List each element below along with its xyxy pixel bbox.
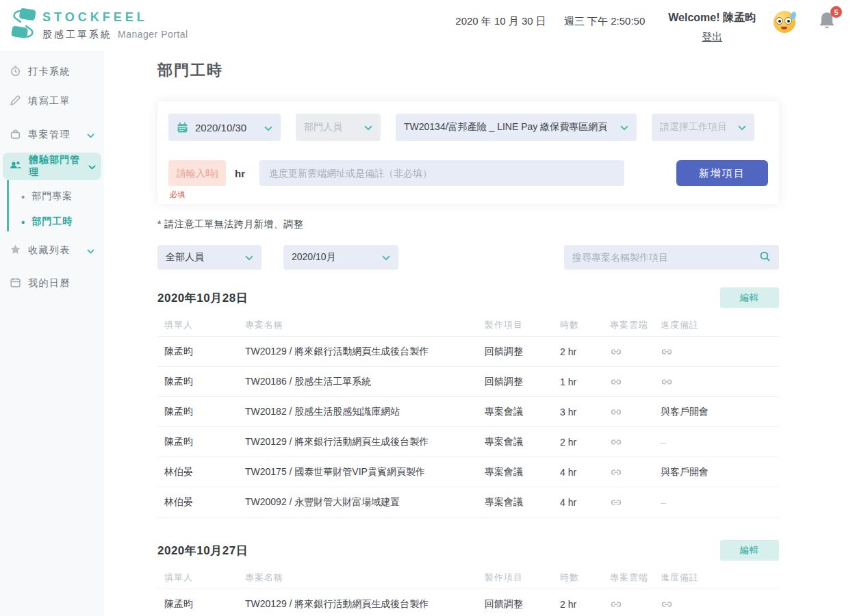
day-section: 2020年10月27日 編輯 填單人專案名稱製作項目時數專案雲端進度備註 陳孟昀… [157,540,779,616]
search-input[interactable] [572,252,759,263]
cell-note[interactable]: 與客戶開會 [654,406,779,418]
chevron-down-icon [375,252,390,263]
chevron-down-icon [88,160,96,172]
link-icon[interactable] [610,598,622,611]
cell-hours: 1 hr [553,376,603,387]
bullet-icon: • [21,191,25,203]
sidebar-item-fill-worksheet[interactable]: 填寫工單 [10,92,100,111]
cell-project: TW20186 / 股感生活工單系統 [238,376,478,388]
sidebar-item-label: 填寫工單 [28,95,100,107]
cell-cloud[interactable] [603,406,654,418]
staff-filter-value: 全部人員 [166,251,204,264]
top-header: STOCKFEEL 股感工單系統 Manager Portal 2020 年 1… [0,0,868,51]
stockfeel-logo-icon [10,8,37,43]
work-sections: 2020年10月28日 編輯 填單人專案名稱製作項目時數專案雲端進度備註 陳孟昀… [157,287,779,616]
link-icon[interactable] [610,406,622,418]
edit-button[interactable]: 編輯 [720,287,779,308]
month-filter-value: 2020/10月 [292,251,336,264]
work-item-select[interactable]: 請選擇工作項目 [652,114,754,141]
cell-project: TW20182 / 股感生活股感知識庫網站 [238,406,478,418]
cell-cloud[interactable] [603,496,654,509]
system-name: 股感工單系統 [42,29,112,41]
emoji-face-icon[interactable] [774,11,795,33]
cell-note[interactable]: – [654,497,779,508]
chevron-down-icon [731,122,746,133]
link-icon[interactable] [661,376,673,388]
chevron-down-icon [87,244,94,257]
notification-bell[interactable]: 5 [817,11,838,34]
link-icon[interactable] [661,346,673,358]
project-select-value: TW20134/富邦產險 _ LINE Pay 繳保費專區網頁 [404,121,607,133]
add-item-button[interactable]: 新增項目 [676,160,768,186]
cell-cloud[interactable] [603,436,654,448]
logout-link[interactable]: 登出 [702,31,722,44]
link-icon[interactable] [610,496,622,509]
search-icon[interactable] [759,251,771,265]
cell-cloud[interactable] [603,598,654,611]
chevron-down-icon [357,122,372,133]
bag-icon [10,128,21,142]
month-filter-select[interactable]: 2020/10月 [283,245,398,270]
cell-project: TW20092 / 永豐財管大財富場域建置 [238,496,478,509]
table-header-row: 填單人專案名稱製作項目時數專案雲端進度備註 [157,313,779,337]
staff-select[interactable]: 部門人員 [296,114,381,141]
section-date: 2020年10月27日 [157,543,248,559]
cell-note[interactable] [654,598,779,611]
notification-badge: 5 [830,6,842,18]
users-icon [10,159,22,173]
cell-note[interactable]: 與客戶開會 [654,466,779,478]
sidebar: 打卡系統 填寫工單 專案管理 體驗部門管理 [0,51,104,616]
column-header: 製作項目 [478,319,553,331]
table-body: 陳孟昀 TW20129 / 將來銀行活動網頁生成後台製作 回饋調整 2 hr [157,589,779,616]
link-icon[interactable] [610,376,622,388]
link-icon[interactable] [610,436,622,448]
cell-task: 專案會議 [478,496,553,509]
table-header-row: 填單人專案名稱製作項目時數專案雲端進度備註 [157,566,779,589]
sidebar-item-my-calendar[interactable]: 我的日曆 [10,274,100,293]
hours-input[interactable] [168,160,226,186]
link-icon[interactable] [610,466,622,478]
welcome-text: Welcome! 陳孟昀 [668,11,756,25]
link-icon[interactable] [610,346,622,358]
table-row: 陳孟昀 TW20129 / 將來銀行活動網頁生成後台製作 回饋調整 2 hr [157,337,779,367]
work-item-placeholder: 請選擇工作項目 [660,121,727,133]
page-title: 部門工時 [157,60,779,81]
sidebar-item-project-management[interactable]: 專案管理 [10,125,100,144]
search-box[interactable] [564,245,779,270]
table-body: 陳孟昀 TW20129 / 將來銀行活動網頁生成後台製作 回饋調整 2 hr 陳… [157,337,779,517]
sidebar-subitem-dept-projects[interactable]: • 部門專案 [9,187,104,206]
cell-note[interactable] [654,346,779,358]
column-header: 製作項目 [478,572,553,584]
column-header: 專案雲端 [603,572,654,584]
star-icon [10,244,21,258]
sidebar-item-label: 專案管理 [28,129,87,141]
cell-cloud[interactable] [603,466,654,478]
sidebar-item-favorites[interactable]: 收藏列表 [10,241,100,260]
cell-hours: 2 hr [553,346,603,357]
cell-hours: 2 hr [553,599,603,610]
cell-note[interactable] [654,376,779,388]
column-header: 填單人 [157,319,238,331]
work-entry-card: 2020/10/30 部門人員 TW20134/富邦產險 _ LINE Pay … [157,101,779,204]
project-select[interactable]: TW20134/富邦產險 _ LINE Pay 繳保費專區網頁 [396,114,637,141]
sidebar-subitem-dept-hours[interactable]: • 部門工時 [9,212,104,231]
sidebar-item-punch-clock[interactable]: 打卡系統 [10,62,100,81]
column-header: 時數 [553,319,603,331]
cell-name: 陳孟昀 [157,376,238,388]
sidebar-item-label: 收藏列表 [28,244,87,257]
cell-cloud[interactable] [603,376,654,388]
staff-filter-select[interactable]: 全部人員 [157,245,261,270]
column-header: 專案雲端 [603,319,654,331]
sidebar-item-experience-dept[interactable]: 體驗部門管理 [3,153,101,180]
calendar-icon [10,277,21,291]
cell-note[interactable]: – [654,437,779,448]
remark-input[interactable] [259,160,624,186]
table-row: 陳孟昀 TW20129 / 將來銀行活動網頁生成後台製作 專案會議 2 hr – [157,427,779,457]
date-select[interactable]: 2020/10/30 [168,114,281,141]
section-date: 2020年10月28日 [157,290,248,306]
cell-cloud[interactable] [603,346,654,358]
current-date: 2020 年 10 月 30 日 [455,15,546,28]
link-icon[interactable] [661,598,673,611]
cell-hours: 4 hr [553,467,603,478]
edit-button[interactable]: 編輯 [720,540,779,561]
